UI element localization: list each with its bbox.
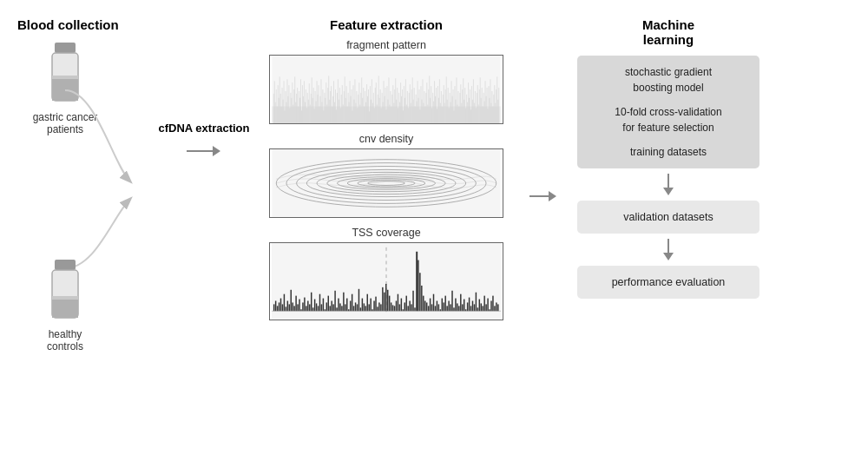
svg-rect-380 [414,307,415,311]
svg-rect-308 [304,297,305,311]
ml-title: Machinelearning [642,17,694,47]
svg-rect-307 [302,302,303,311]
svg-rect-370 [398,293,398,311]
svg-rect-361 [416,251,418,310]
svg-rect-317 [319,293,320,311]
svg-rect-372 [401,298,402,311]
cnv-density-label: cnv density [359,133,414,145]
svg-rect-324 [331,300,332,311]
svg-rect-378 [411,304,411,311]
svg-rect-392 [446,306,447,311]
ml-arrow-head-1 [663,188,674,195]
svg-rect-7 [52,296,78,300]
svg-rect-421 [496,302,496,311]
svg-rect-379 [412,290,413,310]
svg-rect-311 [309,304,310,311]
machine-learning-column: Machinelearning stochastic gradient boos… [564,17,773,299]
svg-rect-301 [292,302,293,311]
mid-arrow-line [529,195,549,197]
svg-rect-412 [481,303,482,311]
svg-rect-416 [487,298,488,311]
svg-rect-399 [458,306,459,311]
svg-rect-356 [385,283,386,310]
svg-rect-319 [323,298,324,311]
feature-extraction-column: Feature extraction fragment pattern [252,17,521,329]
svg-rect-377 [409,300,410,311]
svg-rect-357 [387,289,388,310]
svg-rect-405 [469,297,470,311]
svg-rect-348 [372,309,372,311]
svg-rect-402 [464,299,464,311]
svg-rect-334 [348,309,349,311]
svg-rect-359 [391,302,391,311]
svg-rect-407 [472,300,473,311]
svg-rect-360 [392,305,393,311]
svg-rect-350 [375,296,376,311]
fragment-pattern-svg [270,56,503,123]
svg-rect-305 [299,299,299,311]
ml-arrow-2 [663,239,674,260]
svg-rect-404 [467,302,468,311]
healthy-vial-group: healthy controls [30,260,100,353]
tss-coverage-label: TSS coverage [352,227,420,239]
training-label: training datasets [589,144,747,160]
svg-rect-323 [329,306,330,311]
svg-rect-337 [353,306,354,311]
blood-collection-column: Blood collection gastric cancer patients [17,17,156,355]
svg-rect-355 [384,292,385,311]
svg-rect-411 [479,299,480,311]
svg-rect-4 [55,260,76,270]
svg-rect-365 [423,295,424,311]
svg-rect-353 [380,304,381,311]
svg-rect-349 [373,300,374,311]
svg-rect-374 [404,302,405,311]
svg-rect-342 [362,298,363,311]
ml-arrow-line-2 [667,239,669,253]
svg-rect-388 [440,309,441,311]
svg-rect-339 [357,304,358,311]
svg-rect-385 [435,306,436,311]
svg-rect-313 [312,307,313,311]
svg-rect-363 [419,273,420,311]
svg-rect-315 [316,303,317,311]
svg-rect-332 [345,304,345,311]
tss-coverage-item: TSS coverage [269,227,503,320]
svg-rect-330 [341,306,342,311]
svg-rect-333 [346,298,347,311]
feature-extraction-title: Feature extraction [330,17,443,32]
svg-rect-419 [492,295,493,311]
cfdna-arrow-head [213,146,220,156]
ml-arrow-head-2 [663,253,674,260]
svg-rect-387 [438,304,439,311]
svg-rect-394 [450,304,450,311]
svg-rect-312 [311,292,312,311]
svg-rect-344 [365,306,366,311]
svg-rect-389 [442,298,443,311]
svg-rect-375 [405,295,406,311]
svg-rect-329 [339,303,340,311]
svg-rect-304 [297,304,298,311]
svg-rect-420 [494,306,495,311]
svg-rect-364 [421,285,422,310]
crossval-label: 10-fold cross-validation for feature sel… [589,104,747,135]
svg-rect-318 [321,304,322,311]
svg-rect-397 [455,298,456,311]
svg-rect-352 [378,302,379,311]
svg-rect-373 [403,309,404,311]
svg-rect-386 [437,300,437,311]
svg-rect-320 [325,309,326,311]
svg-rect-292 [277,306,278,311]
svg-rect-366 [424,300,425,311]
svg-rect-343 [364,303,365,311]
healthy-vial-icon [47,260,83,325]
svg-rect-384 [433,293,434,311]
svg-rect-418 [490,300,491,311]
svg-rect-381 [428,306,429,311]
svg-rect-391 [444,295,445,311]
svg-rect-398 [457,303,457,311]
svg-rect-309 [306,306,306,311]
svg-rect-401 [462,304,463,311]
svg-rect-295 [282,304,283,311]
fragment-pattern-label: fragment pattern [346,39,426,51]
svg-rect-325 [332,304,333,311]
